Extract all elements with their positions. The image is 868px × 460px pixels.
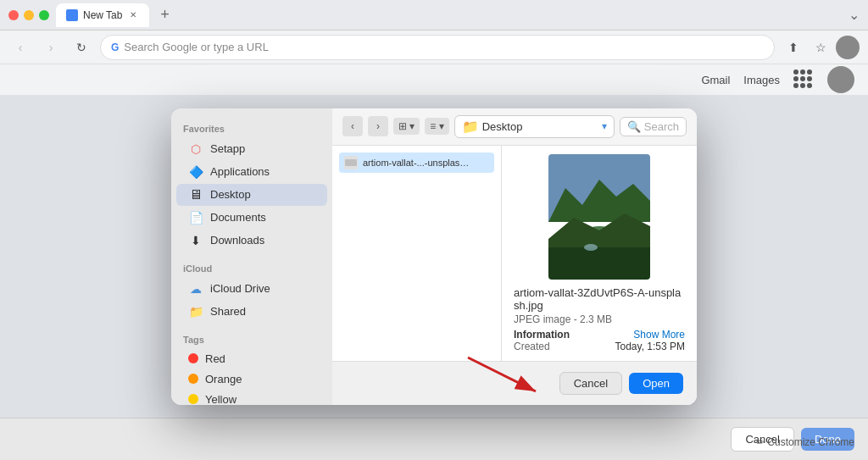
sidebar-item-label: Setapp [210, 142, 245, 155]
dialog-footer: Cancel Open [332, 361, 697, 405]
file-name-short: artiom-vallat-...-unsplash.jpg [363, 158, 473, 168]
file-dialog: Favorites ⬡ Setapp 🔷 Applications 🖥 [171, 108, 697, 405]
browser-titlebar: New Tab ✕ + ⌄ [0, 0, 868, 30]
file-full-name: artiom-vallat-3ZdUvtP6S-A-unsplash.jpg [514, 286, 685, 312]
file-item-selected[interactable]: artiom-vallat-...-unsplash.jpg [339, 152, 494, 173]
dialog-sidebar: Favorites ⬡ Setapp 🔷 Applications 🖥 [171, 108, 332, 405]
browser-bottom: Cancel Done ✏ Customize Chrome [0, 418, 868, 460]
tag-label: Red [205, 352, 225, 365]
google-apps-button[interactable] [793, 69, 814, 90]
tab-overflow-button[interactable]: ⌄ [849, 7, 860, 23]
sidebar-item-shared[interactable]: 📁 Shared [176, 301, 327, 323]
sidebar-item-tag-red[interactable]: Red [176, 349, 327, 369]
tag-label: Orange [205, 373, 242, 385]
view-toggle: ⊞ ▾ ≡ ▾ [393, 118, 449, 135]
tab-close-icon[interactable]: ✕ [127, 9, 139, 21]
dialog-back-button[interactable]: ‹ [342, 116, 363, 136]
minimize-button[interactable] [24, 10, 34, 20]
sidebar-item-label: Shared [210, 305, 246, 318]
sidebar-item-icloud-drive[interactable]: ☁ iCloud Drive [176, 278, 327, 300]
tab-new-tab[interactable]: New Tab ✕ [56, 3, 149, 27]
file-meta: artiom-vallat-3ZdUvtP6S-A-unsplash.jpg J… [510, 286, 688, 352]
profile-icon[interactable] [836, 36, 860, 59]
sidebar-item-label: Applications [210, 165, 270, 178]
setapp-icon: ⬡ [188, 141, 203, 157]
browser-content: Gmail Images Favorites ⬡ [0, 64, 868, 460]
applications-icon: 🔷 [188, 164, 203, 180]
dialog-overlay: Favorites ⬡ Setapp 🔷 Applications 🖥 [0, 95, 868, 418]
preview-area: artiom-vallat-3ZdUvtP6S-A-unsplash.jpg J… [502, 146, 697, 361]
tag-label: Yellow [205, 393, 236, 405]
forward-button[interactable]: › [39, 36, 63, 59]
dialog-toolbar: ‹ › ⊞ ▾ ≡ ▾ 📁 Desktop ▾ [332, 108, 697, 146]
files-area: artiom-vallat-...-unsplash.jpg [332, 146, 697, 361]
location-dropdown-icon[interactable]: ▾ [602, 120, 607, 132]
list-view-button[interactable]: ≡ ▾ [425, 118, 448, 135]
favorites-label: Favorites [171, 119, 332, 137]
svg-rect-1 [345, 159, 357, 166]
desktop-icon: 🖥 [188, 187, 203, 202]
svg-point-7 [584, 244, 598, 251]
red-tag-dot [188, 353, 198, 363]
gmail-link[interactable]: Gmail [701, 74, 730, 86]
user-avatar[interactable] [827, 66, 854, 93]
browser-frame: New Tab ✕ + ⌄ ‹ › ↻ G Search Google or t… [0, 0, 868, 460]
show-more-button[interactable]: Show More [633, 329, 685, 341]
browser-toolbar: ‹ › ↻ G Search Google or type a URL ⬆ ☆ [0, 30, 868, 64]
google-logo: G [111, 42, 119, 53]
search-placeholder: Search [644, 120, 679, 133]
new-tab-button[interactable]: + [153, 3, 176, 27]
back-button[interactable]: ‹ [8, 36, 32, 59]
sidebar-item-desktop[interactable]: 🖥 Desktop [176, 184, 327, 206]
dialog-forward-button[interactable]: › [368, 116, 388, 136]
location-bar[interactable]: 📁 Desktop ▾ [454, 115, 615, 138]
images-link[interactable]: Images [743, 74, 780, 86]
file-created-row: Created Today, 1:53 PM [514, 341, 685, 352]
sidebar-item-documents[interactable]: 📄 Documents [176, 207, 327, 229]
page-area: Favorites ⬡ Setapp 🔷 Applications 🖥 [0, 95, 868, 418]
address-text: Search Google or type a URL [124, 41, 269, 53]
sidebar-item-label: iCloud Drive [210, 282, 270, 295]
sidebar-item-label: Documents [210, 211, 266, 224]
folder-icon: 📁 [462, 119, 479, 135]
maximize-button[interactable] [39, 10, 49, 20]
location-text: Desktop [482, 120, 523, 133]
tab-label: New Tab [83, 9, 122, 21]
file-type: JPEG image - 2.3 MB [514, 313, 685, 325]
dialog-cancel-button[interactable]: Cancel [559, 372, 622, 395]
browser-topbar: Gmail Images [0, 64, 868, 95]
created-value: Today, 1:53 PM [615, 341, 686, 352]
search-icon: 🔍 [627, 120, 641, 133]
sidebar-item-label: Desktop [210, 188, 251, 201]
tab-bar: New Tab ✕ + [56, 3, 842, 27]
icloud-label: iCloud [171, 258, 332, 277]
yellow-tag-dot [188, 394, 198, 404]
tab-favicon [66, 9, 78, 21]
traffic-lights [8, 10, 49, 20]
downloads-icon: ⬇ [188, 233, 203, 248]
info-label: Information [514, 329, 570, 341]
files-list: artiom-vallat-...-unsplash.jpg [332, 146, 502, 361]
share-icon[interactable]: ⬆ [782, 36, 805, 59]
sidebar-item-tag-yellow[interactable]: Yellow [176, 390, 327, 405]
documents-icon: 📄 [188, 210, 203, 225]
created-label: Created [514, 341, 550, 352]
sidebar-item-setapp[interactable]: ⬡ Setapp [176, 138, 327, 160]
image-preview-svg [548, 154, 650, 280]
file-thumbnail-icon [344, 156, 358, 169]
sidebar-item-tag-orange[interactable]: Orange [176, 369, 327, 389]
sidebar-item-label: Downloads [210, 234, 264, 247]
shared-icon: 📁 [188, 304, 203, 319]
address-bar[interactable]: G Search Google or type a URL [100, 35, 775, 60]
icon-view-button[interactable]: ⊞ ▾ [393, 118, 420, 135]
search-bar[interactable]: 🔍 Search [620, 117, 687, 136]
dialog-main: Favorites ⬡ Setapp 🔷 Applications 🖥 [171, 108, 697, 405]
reload-button[interactable]: ↻ [70, 36, 93, 59]
bookmark-icon[interactable]: ☆ [809, 36, 832, 59]
sidebar-item-applications[interactable]: 🔷 Applications [176, 161, 327, 183]
close-button[interactable] [8, 10, 19, 20]
dialog-open-button[interactable]: Open [629, 373, 683, 394]
customize-chrome-button[interactable]: ✏ Customize Chrome [756, 436, 854, 448]
toolbar-actions: ⬆ ☆ [782, 36, 860, 59]
sidebar-item-downloads[interactable]: ⬇ Downloads [176, 230, 327, 252]
